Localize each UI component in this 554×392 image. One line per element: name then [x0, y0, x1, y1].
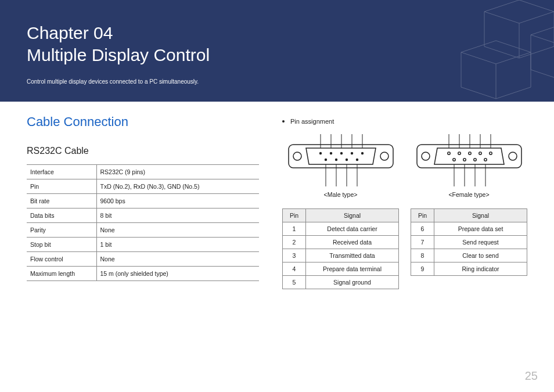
signal-header: Signal	[434, 209, 527, 222]
signal-header: Signal	[306, 209, 399, 222]
pin-signal: Ring indicator	[434, 262, 527, 276]
table-row: 1Detect data carrier	[283, 222, 399, 236]
svg-point-9	[350, 152, 352, 154]
svg-point-7	[329, 152, 332, 154]
table-row: 7Send request	[411, 236, 527, 249]
spec-key: Data bits	[27, 208, 96, 223]
male-connector-icon	[286, 134, 396, 186]
spec-value: 15 m (only shielded type)	[96, 267, 259, 281]
chapter-banner: Chapter 04 Multiple Display Control Cont…	[0, 0, 554, 102]
svg-point-8	[340, 152, 342, 154]
pin-signal: Send request	[434, 236, 527, 249]
table-row: 9Ring indicator	[411, 262, 527, 276]
pin-table-left: Pin Signal 1Detect data carrier2Received…	[282, 208, 399, 289]
table-row: 8Clear to send	[411, 249, 527, 262]
svg-point-26	[509, 152, 517, 160]
spec-key: Interface	[27, 165, 96, 179]
svg-point-29	[468, 152, 470, 154]
female-connector-icon	[414, 134, 524, 186]
table-row: ParityNone	[27, 223, 259, 238]
section-heading: Cable Connection	[27, 114, 259, 130]
svg-point-25	[422, 152, 430, 160]
pin-signal: Transmitted data	[306, 249, 399, 262]
pin-header: Pin	[411, 209, 434, 222]
table-row: Flow controlNone	[27, 252, 259, 267]
female-type-label: <Female type>	[411, 191, 527, 198]
pin-signal: Received data	[306, 236, 399, 249]
spec-value: None	[96, 223, 259, 238]
pin-number: 2	[283, 236, 306, 249]
spec-key: Parity	[27, 223, 96, 238]
spec-key: Bit rate	[27, 194, 96, 208]
svg-point-4	[293, 152, 301, 160]
table-row: 4Prepare data terminal	[283, 262, 399, 276]
chapter-subtitle: Control multiple display devices connect…	[27, 78, 527, 85]
pin-number: 6	[411, 222, 434, 236]
pin-number: 9	[411, 262, 434, 276]
pin-number: 4	[283, 262, 306, 276]
pin-assignment-heading: Pin assignment	[282, 118, 527, 125]
spec-table: InterfaceRS232C (9 pins)PinTxD (No.2), R…	[27, 164, 259, 281]
svg-point-6	[319, 152, 321, 154]
table-row: 2Received data	[283, 236, 399, 249]
svg-point-10	[361, 152, 363, 154]
spec-key: Flow control	[27, 252, 96, 267]
chapter-number: Chapter 04	[27, 22, 527, 44]
table-row: 6Prepare data set	[411, 222, 527, 236]
pin-signal: Prepare data set	[434, 222, 527, 236]
pin-number: 5	[283, 276, 306, 289]
spec-key: Stop bit	[27, 238, 96, 252]
spec-value: RS232C (9 pins)	[96, 165, 259, 179]
svg-point-33	[463, 159, 465, 161]
svg-point-13	[345, 159, 347, 161]
spec-value: 8 bit	[96, 208, 259, 223]
svg-point-12	[334, 159, 337, 161]
chapter-title: Multiple Display Control	[27, 44, 527, 66]
pin-signal: Prepare data terminal	[306, 262, 399, 276]
spec-value: 1 bit	[96, 238, 259, 252]
svg-point-35	[484, 159, 486, 161]
svg-point-28	[458, 152, 460, 154]
spec-value: TxD (No.2), RxD (No.3), GND (No.5)	[96, 179, 259, 194]
pin-signal: Detect data carrier	[306, 222, 399, 236]
pin-signal: Signal ground	[306, 276, 399, 289]
table-row: Bit rate9600 bps	[27, 194, 259, 208]
spec-key: Pin	[27, 179, 96, 194]
cable-heading: RS232C Cable	[27, 146, 259, 156]
spec-value: 9600 bps	[96, 194, 259, 208]
pin-table-right: Pin Signal 6Prepare data set7Send reques…	[411, 208, 527, 276]
male-type-label: <Male type>	[282, 191, 399, 198]
table-row: Stop bit1 bit	[27, 238, 259, 252]
table-row: Maximum length15 m (only shielded type)	[27, 267, 259, 281]
table-row: Data bits8 bit	[27, 208, 259, 223]
pin-number: 8	[411, 249, 434, 262]
table-row: 3Transmitted data	[283, 249, 399, 262]
svg-marker-1	[531, 23, 554, 81]
svg-point-14	[355, 159, 358, 161]
svg-point-34	[473, 159, 476, 161]
svg-point-32	[452, 159, 455, 161]
svg-point-5	[380, 152, 388, 160]
table-row: 5Signal ground	[283, 276, 399, 289]
pin-header: Pin	[283, 209, 306, 222]
pin-number: 7	[411, 236, 434, 249]
bullet-icon	[282, 120, 285, 123]
spec-key: Maximum length	[27, 267, 96, 281]
pin-number: 1	[283, 222, 306, 236]
svg-point-30	[479, 152, 481, 154]
pin-number: 3	[283, 249, 306, 262]
table-row: InterfaceRS232C (9 pins)	[27, 165, 259, 179]
svg-point-11	[324, 159, 326, 161]
svg-point-31	[489, 152, 491, 154]
svg-point-27	[447, 152, 449, 154]
pin-signal: Clear to send	[434, 249, 527, 262]
page-number: 25	[525, 369, 538, 383]
pin-assignment-label: Pin assignment	[290, 118, 334, 125]
spec-value: None	[96, 252, 259, 267]
table-row: PinTxD (No.2), RxD (No.3), GND (No.5)	[27, 179, 259, 194]
